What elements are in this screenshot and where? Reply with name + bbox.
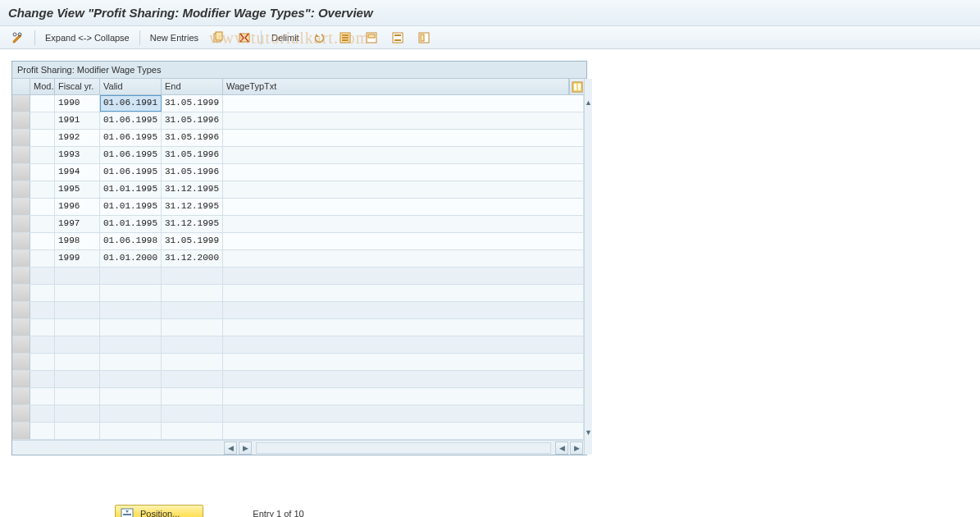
cell-valid[interactable] — [100, 319, 162, 336]
cell-fy[interactable]: 1991 — [55, 112, 100, 129]
delete-button[interactable] — [235, 30, 254, 46]
cell-valid[interactable] — [100, 285, 162, 301]
cell-end[interactable]: 31.05.1999 — [162, 233, 223, 249]
cell-mod[interactable] — [30, 285, 55, 301]
cell-valid[interactable]: 01.06.1995 — [100, 164, 162, 181]
cell-fy[interactable]: 1997 — [55, 216, 100, 232]
cell-mod[interactable] — [30, 233, 55, 249]
cell-end[interactable]: 31.12.2000 — [162, 250, 223, 267]
row-selector[interactable] — [12, 233, 30, 249]
cell-end[interactable]: 31.05.1996 — [162, 112, 223, 129]
row-selector[interactable] — [12, 354, 30, 370]
cell-end[interactable]: 31.05.1999 — [162, 95, 223, 112]
cell-end[interactable]: 31.05.1996 — [162, 130, 223, 146]
delimit-button[interactable]: Delimit — [268, 30, 303, 46]
cell-wtxt[interactable] — [223, 302, 584, 318]
table-row[interactable] — [12, 405, 584, 423]
row-selector[interactable] — [12, 216, 30, 232]
cell-fy[interactable] — [55, 354, 100, 370]
cell-mod[interactable] — [30, 199, 55, 215]
cell-mod[interactable] — [30, 164, 55, 181]
position-button[interactable]: Position... — [115, 505, 203, 517]
cell-wtxt[interactable] — [223, 199, 584, 215]
cell-fy[interactable]: 1996 — [55, 199, 100, 215]
cell-wtxt[interactable] — [223, 95, 584, 112]
cell-mod[interactable] — [30, 371, 55, 387]
cell-mod[interactable] — [30, 130, 55, 146]
cell-valid[interactable] — [100, 302, 162, 318]
cell-fy[interactable]: 1990 — [55, 95, 100, 112]
cell-mod[interactable] — [30, 405, 55, 422]
row-selector[interactable] — [12, 336, 30, 353]
cell-wtxt[interactable] — [223, 164, 584, 181]
cell-end[interactable]: 31.12.1995 — [162, 216, 223, 232]
copy-button[interactable] — [208, 30, 228, 46]
table-row[interactable] — [12, 336, 584, 354]
cell-end[interactable] — [162, 302, 223, 318]
cell-mod[interactable] — [30, 147, 55, 163]
cell-fy[interactable]: 1994 — [55, 164, 100, 181]
cell-mod[interactable] — [30, 319, 55, 336]
cell-wtxt[interactable] — [223, 336, 584, 353]
row-selector[interactable] — [12, 388, 30, 405]
cell-end[interactable]: 31.12.1995 — [162, 181, 223, 198]
cell-end[interactable] — [162, 371, 223, 387]
table-row[interactable] — [12, 285, 584, 302]
cell-wtxt[interactable] — [223, 319, 584, 336]
cell-fy[interactable]: 1993 — [55, 147, 100, 163]
cell-valid[interactable] — [100, 268, 162, 284]
cell-wtxt[interactable] — [223, 405, 584, 422]
table-row[interactable]: 199401.06.199531.05.1996 — [12, 164, 584, 181]
cell-fy[interactable] — [55, 302, 100, 318]
row-selector[interactable] — [12, 285, 30, 301]
cell-end[interactable]: 31.12.1995 — [162, 199, 223, 215]
cell-mod[interactable] — [30, 95, 55, 112]
cell-valid[interactable]: 01.06.1995 — [100, 130, 162, 146]
cell-fy[interactable] — [55, 336, 100, 353]
cell-mod[interactable] — [30, 302, 55, 318]
cell-end[interactable] — [162, 336, 223, 353]
scroll-down-icon[interactable]: ▼ — [585, 425, 592, 440]
scroll-track[interactable] — [256, 442, 551, 454]
table-row[interactable]: 199601.01.199531.12.1995 — [12, 199, 584, 216]
change-display-button[interactable] — [8, 30, 28, 46]
cell-end[interactable] — [162, 388, 223, 405]
cell-wtxt[interactable] — [223, 285, 584, 301]
cell-end[interactable] — [162, 405, 223, 422]
col-select-all[interactable] — [12, 79, 30, 94]
row-selector[interactable] — [12, 371, 30, 387]
row-selector[interactable] — [12, 130, 30, 146]
row-selector[interactable] — [12, 319, 30, 336]
table-row[interactable] — [12, 302, 584, 319]
cell-valid[interactable]: 01.06.1995 — [100, 147, 162, 163]
cell-fy[interactable]: 1992 — [55, 130, 100, 146]
cell-valid[interactable]: 01.06.1991 — [100, 95, 162, 112]
cell-fy[interactable] — [55, 388, 100, 405]
col-mod[interactable]: Mod. — [30, 79, 55, 94]
table-row[interactable] — [12, 371, 584, 388]
scroll-right2-icon[interactable]: ▶ — [570, 442, 583, 455]
table-row[interactable]: 199301.06.199531.05.1996 — [12, 147, 584, 164]
table-row[interactable] — [12, 319, 584, 336]
config-button[interactable] — [414, 30, 434, 46]
table-row[interactable]: 199901.01.200031.12.2000 — [12, 250, 584, 268]
table-row[interactable]: 199101.06.199531.05.1996 — [12, 112, 584, 130]
cell-end[interactable] — [162, 268, 223, 284]
cell-end[interactable]: 31.05.1996 — [162, 147, 223, 163]
row-selector[interactable] — [12, 302, 30, 318]
cell-fy[interactable] — [55, 371, 100, 387]
cell-fy[interactable] — [55, 423, 100, 439]
col-wagetxt[interactable]: WageTypTxt — [223, 79, 569, 94]
cell-mod[interactable] — [30, 216, 55, 232]
table-row[interactable] — [12, 354, 584, 371]
row-selector[interactable] — [12, 181, 30, 198]
scroll-right-icon[interactable]: ▶ — [239, 442, 252, 455]
cell-fy[interactable] — [55, 405, 100, 422]
row-selector[interactable] — [12, 268, 30, 284]
table-row[interactable] — [12, 268, 584, 285]
expand-collapse-button[interactable]: Expand <-> Collapse — [42, 30, 133, 46]
cell-valid[interactable] — [100, 336, 162, 353]
row-selector[interactable] — [12, 199, 30, 215]
cell-wtxt[interactable] — [223, 112, 584, 129]
cell-fy[interactable] — [55, 319, 100, 336]
